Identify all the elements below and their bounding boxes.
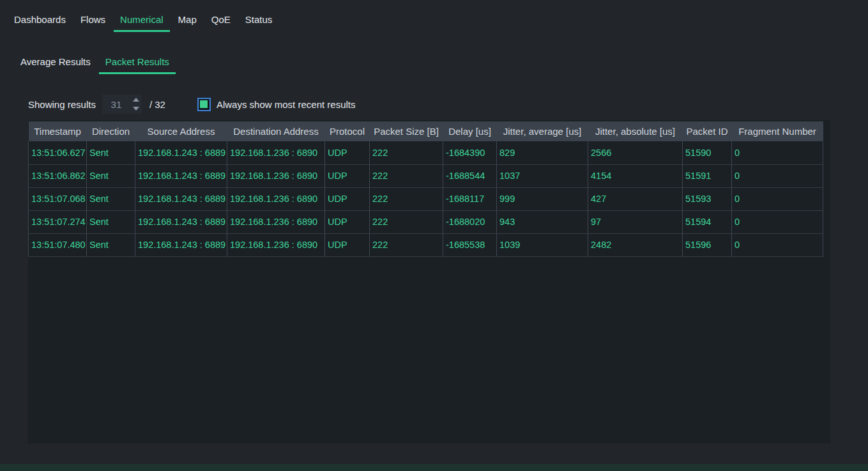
table-row: 13:51:06.862Sent192.168.1.243 : 6889192.…	[29, 164, 823, 187]
table-cell: Sent	[87, 233, 135, 256]
table-cell: -1685538	[443, 233, 497, 256]
table-cell: -1688544	[443, 164, 497, 187]
table-cell: 2566	[588, 141, 683, 164]
results-controls: Showing results / 32 Always show most re…	[28, 95, 868, 114]
table-cell: 13:51:07.068	[29, 187, 87, 210]
spinner-up-icon[interactable]	[133, 98, 139, 102]
table-cell: 222	[370, 210, 443, 233]
table-cell: 192.168.1.236 : 6890	[227, 233, 325, 256]
table-cell: -1684390	[443, 141, 497, 164]
table-cell: UDP	[325, 141, 370, 164]
table-cell: 51594	[683, 210, 732, 233]
table-cell: 13:51:06.627	[29, 141, 87, 164]
checkbox-checked-mark	[200, 100, 208, 108]
table-cell: UDP	[325, 233, 370, 256]
nav-item-qoe[interactable]: QoE	[205, 13, 237, 32]
result-index-spinner	[130, 95, 142, 114]
column-header-source-address: Source Address	[135, 121, 227, 141]
table-cell: 192.168.1.236 : 6890	[227, 141, 325, 164]
table-cell: 222	[370, 164, 443, 187]
results-total-label: / 32	[149, 99, 165, 110]
packet-results-table: TimestampDirectionSource AddressDestinat…	[28, 121, 823, 257]
table-cell: 192.168.1.243 : 6889	[135, 233, 227, 256]
column-header-packet-size-b-: Packet Size [B]	[370, 121, 443, 141]
top-nav: DashboardsFlowsNumericalMapQoEStatus	[0, 0, 868, 32]
table-cell: Sent	[87, 187, 135, 210]
result-index-input-group	[102, 95, 142, 114]
table-cell: 1037	[497, 164, 588, 187]
table-cell: -1688020	[443, 210, 497, 233]
table-cell: 999	[497, 187, 588, 210]
table-cell: Sent	[87, 210, 135, 233]
table-cell: 51596	[683, 233, 732, 256]
showing-results-label: Showing results	[28, 99, 96, 110]
table-cell: 97	[588, 210, 683, 233]
table-cell: 192.168.1.243 : 6889	[135, 164, 227, 187]
table-cell: 2482	[588, 233, 683, 256]
table-cell: 192.168.1.236 : 6890	[227, 164, 325, 187]
recent-results-checkbox[interactable]	[197, 98, 211, 111]
table-cell: 829	[497, 141, 588, 164]
table-cell: 192.168.1.243 : 6889	[135, 210, 227, 233]
table-body: 13:51:06.627Sent192.168.1.243 : 6889192.…	[29, 141, 823, 256]
table-header-row: TimestampDirectionSource AddressDestinat…	[29, 121, 823, 141]
nav-item-status[interactable]: Status	[239, 13, 279, 32]
table-cell: UDP	[325, 164, 370, 187]
column-header-packet-id: Packet ID	[683, 121, 732, 141]
table-cell: 13:51:07.274	[29, 210, 87, 233]
table-cell: -1688117	[443, 187, 497, 210]
table-cell: UDP	[325, 187, 370, 210]
table-cell: 1039	[497, 233, 588, 256]
table-cell: 51590	[683, 141, 732, 164]
nav-item-dashboards[interactable]: Dashboards	[8, 13, 72, 32]
result-index-input[interactable]	[102, 95, 130, 114]
column-header-timestamp: Timestamp	[29, 121, 87, 141]
table-cell: 222	[370, 187, 443, 210]
column-header-protocol: Protocol	[325, 121, 370, 141]
nav-item-flows[interactable]: Flows	[74, 13, 112, 32]
table-cell: Sent	[87, 164, 135, 187]
column-header-delay-us-: Delay [us]	[443, 121, 497, 141]
table-header: TimestampDirectionSource AddressDestinat…	[29, 121, 823, 141]
table-cell: UDP	[325, 210, 370, 233]
column-header-jitter-average-us-: Jitter, average [us]	[497, 121, 588, 141]
table-cell: 0	[732, 141, 823, 164]
sub-nav: Average ResultsPacket Results	[0, 32, 868, 74]
column-header-direction: Direction	[87, 121, 135, 141]
table-cell: 0	[732, 210, 823, 233]
packet-results-panel: TimestampDirectionSource AddressDestinat…	[28, 120, 830, 444]
table-cell: 4154	[588, 164, 683, 187]
table-cell: 192.168.1.243 : 6889	[135, 187, 227, 210]
column-header-jitter-absolute-us-: Jitter, absolute [us]	[588, 121, 683, 141]
table-cell: 0	[732, 187, 823, 210]
table-cell: 51593	[683, 187, 732, 210]
bottom-status-bar	[0, 464, 868, 471]
table-cell: 0	[732, 164, 823, 187]
table-cell: 0	[732, 233, 823, 256]
table-row: 13:51:07.480Sent192.168.1.243 : 6889192.…	[29, 233, 823, 256]
table-cell: 192.168.1.236 : 6890	[227, 210, 325, 233]
nav-item-map[interactable]: Map	[172, 13, 203, 32]
spinner-down-icon[interactable]	[133, 107, 139, 111]
table-cell: Sent	[87, 141, 135, 164]
column-header-fragment-number: Fragment Number	[732, 121, 823, 141]
table-cell: 13:51:07.480	[29, 233, 87, 256]
table-cell: 192.168.1.243 : 6889	[135, 141, 227, 164]
table-row: 13:51:06.627Sent192.168.1.243 : 6889192.…	[29, 141, 823, 164]
tab-average-results[interactable]: Average Results	[14, 55, 97, 74]
table-cell: 13:51:06.862	[29, 164, 87, 187]
tab-packet-results[interactable]: Packet Results	[99, 55, 176, 74]
table-cell: 192.168.1.236 : 6890	[227, 187, 325, 210]
table-cell: 222	[370, 233, 443, 256]
table-cell: 51591	[683, 164, 732, 187]
nav-item-numerical[interactable]: Numerical	[114, 13, 170, 32]
table-cell: 427	[588, 187, 683, 210]
recent-results-checkbox-label[interactable]: Always show most recent results	[217, 99, 356, 110]
column-header-destination-address: Destination Address	[227, 121, 325, 141]
table-cell: 943	[497, 210, 588, 233]
table-row: 13:51:07.274Sent192.168.1.243 : 6889192.…	[29, 210, 823, 233]
table-row: 13:51:07.068Sent192.168.1.243 : 6889192.…	[29, 187, 823, 210]
table-cell: 222	[370, 141, 443, 164]
